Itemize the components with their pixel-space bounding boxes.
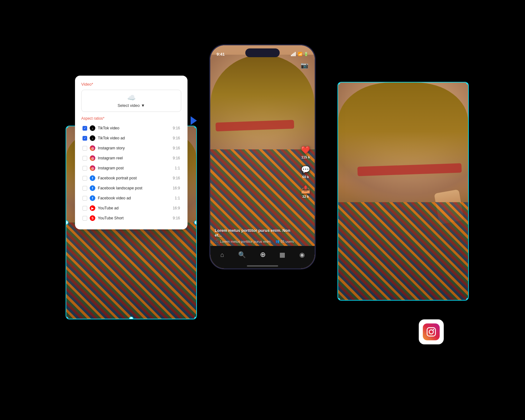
- checkbox-facebook_landscape[interactable]: [82, 186, 87, 191]
- users-icon: 👥: [275, 239, 280, 243]
- main-scene: 9:41 📶 🔋: [75, 38, 450, 382]
- item-name-instagram_reel: Instagram reel: [98, 156, 170, 160]
- checkbox-youtube_ad[interactable]: [82, 206, 87, 211]
- item-ratio-instagram_reel: 9:16: [173, 156, 180, 160]
- upload-icon: ☁️: [127, 94, 136, 102]
- platform-icon-facebook_portrait: f: [90, 175, 95, 181]
- caption-meta: 🎵 Lorem metus porttitor purus enim. 👥 55…: [215, 239, 296, 243]
- instagram-icon: [423, 323, 440, 340]
- bottom-nav: ⌂ 🔍 ⊕ ▦ ◉: [210, 246, 315, 268]
- camera-icon[interactable]: 📷: [301, 62, 308, 69]
- checkbox-facebook_portrait[interactable]: [82, 176, 87, 181]
- svg-point-1: [429, 330, 433, 334]
- aspect-item-tiktok_video_ad[interactable]: ♪TikTok video ad9:16: [81, 133, 181, 143]
- nav-activity-icon[interactable]: ▦: [279, 251, 285, 258]
- aspect-item-facebook_landscape[interactable]: fFacebook landscape post16:9: [81, 183, 181, 193]
- item-ratio-youtube_short: 9:16: [173, 216, 180, 220]
- platform-icon-youtube_short: S: [90, 215, 95, 221]
- dropdown-chevron: ▼: [141, 103, 145, 108]
- aspect-item-youtube_short[interactable]: SYouTube Short9:16: [81, 213, 181, 223]
- right-model-bg: [338, 82, 468, 300]
- aspect-item-tiktok_video[interactable]: ♪TikTok video9:16: [81, 123, 181, 133]
- select-video-label: Select video ▼: [118, 103, 145, 108]
- home-indicator: [247, 265, 278, 267]
- checkbox-instagram_story[interactable]: [82, 146, 87, 151]
- aspect-ratios-label: Aspect ratios*: [81, 116, 181, 121]
- checkbox-facebook_video_ad[interactable]: [82, 196, 87, 201]
- aspect-item-instagram_story[interactable]: ◎Instagram story9:16: [81, 143, 181, 153]
- platform-icon-tiktok_video_ad: ♪: [90, 135, 95, 141]
- item-name-youtube_ad: YouTube ad: [98, 206, 170, 210]
- platform-icon-instagram_post: ◎: [90, 165, 95, 171]
- corner-dot-mr[interactable]: [194, 220, 197, 225]
- item-name-facebook_landscape: Facebook landscape post: [98, 186, 170, 190]
- aspect-item-facebook_portrait[interactable]: fFacebook portrait post9:16: [81, 173, 181, 183]
- video-label: Video*: [81, 82, 181, 87]
- share-icon: 📤: [301, 185, 310, 194]
- checkbox-youtube_short[interactable]: [82, 216, 87, 221]
- nav-home-icon[interactable]: ⌂: [220, 251, 224, 258]
- aspect-ratios-list: ♪TikTok video9:16♪TikTok video ad9:16◎In…: [81, 123, 181, 223]
- music-icon: 🎵: [215, 239, 219, 243]
- social-actions: ❤️ 115 k 💬 60 k 📤 32 k: [301, 146, 310, 198]
- item-name-tiktok_video: TikTok video: [98, 126, 170, 130]
- item-ratio-youtube_ad: 16:9: [173, 206, 180, 210]
- nav-profile-icon[interactable]: ◉: [299, 251, 305, 258]
- shares-count: 32 k: [302, 195, 309, 198]
- platform-icon-facebook_landscape: f: [90, 185, 95, 191]
- item-name-facebook_portrait: Facebook portrait post: [98, 176, 170, 180]
- share-action[interactable]: 📤 32 k: [301, 185, 310, 198]
- heart-icon: ❤️: [301, 146, 310, 154]
- caption-title: Lorem metus porttitor purus enim. Non et…: [215, 228, 296, 238]
- caption-music: 🎵 Lorem metus porttitor purus enim.: [215, 239, 272, 243]
- item-name-facebook_video_ad: Facebook video ad: [98, 196, 172, 200]
- phone-mockup: 9:41 📶 🔋: [209, 44, 316, 269]
- cursor-arrow: [191, 116, 197, 125]
- caption-area: Lorem metus porttitor purus enim. Non et…: [215, 228, 296, 243]
- platform-icon-tiktok_video: ♪: [90, 125, 95, 131]
- required-star: *: [92, 82, 93, 87]
- corner-dot-br[interactable]: [194, 317, 197, 319]
- svg-rect-0: [427, 328, 436, 336]
- nav-add-icon[interactable]: ⊕: [260, 251, 266, 259]
- item-ratio-facebook_video_ad: 1:1: [175, 196, 180, 200]
- phone-time: 9:41: [217, 52, 225, 57]
- likes-count: 115 k: [301, 155, 310, 159]
- comment-icon: 💬: [301, 165, 310, 174]
- hair: [210, 55, 315, 155]
- checkbox-tiktok_video_ad[interactable]: [82, 136, 87, 141]
- item-ratio-facebook_portrait: 9:16: [173, 176, 180, 180]
- status-icons: 📶 🔋: [291, 52, 308, 56]
- checkbox-tiktok_video[interactable]: [82, 126, 87, 131]
- checkbox-instagram_reel[interactable]: [82, 156, 87, 161]
- aspect-item-instagram_post[interactable]: ◎Instagram post1:1: [81, 163, 181, 173]
- svg-point-2: [433, 329, 434, 330]
- comments-count: 60 k: [302, 175, 309, 179]
- video-label-text: Video: [81, 82, 92, 87]
- right-image-panel: [338, 82, 469, 301]
- like-action[interactable]: ❤️ 115 k: [301, 146, 310, 159]
- checkbox-instagram_post[interactable]: [82, 166, 87, 171]
- signal-bars: [291, 52, 296, 56]
- corner-dot-bm[interactable]: [129, 317, 133, 319]
- nav-search-icon[interactable]: 🔍: [238, 251, 246, 258]
- comment-action[interactable]: 💬 60 k: [301, 165, 310, 179]
- item-ratio-tiktok_video: 9:16: [173, 126, 180, 130]
- right-corner-dot-br[interactable]: [466, 298, 469, 301]
- phone-screen: 9:41 📶 🔋: [210, 45, 315, 268]
- item-ratio-tiktok_video_ad: 9:16: [173, 136, 180, 140]
- aspect-item-youtube_ad[interactable]: ▶YouTube ad16:9: [81, 203, 181, 213]
- platform-icon-facebook_video_ad: f: [90, 195, 95, 201]
- select-video-button[interactable]: ☁️ Select video ▼: [81, 90, 181, 112]
- caption-users: 👥 55 users: [275, 239, 294, 243]
- item-name-instagram_post: Instagram post: [98, 166, 172, 170]
- platform-icon-instagram_reel: ◎: [90, 155, 95, 161]
- item-name-youtube_short: YouTube Short: [98, 216, 170, 220]
- platform-icon-instagram_story: ◎: [90, 145, 95, 151]
- wifi-icon: 📶: [298, 52, 302, 56]
- item-ratio-instagram_post: 1:1: [175, 166, 180, 170]
- aspect-item-instagram_reel[interactable]: ◎Instagram reel9:16: [81, 153, 181, 163]
- form-card: Video* ☁️ Select video ▼ Aspect ratios* …: [75, 76, 188, 229]
- aspect-item-facebook_video_ad[interactable]: fFacebook video ad1:1: [81, 193, 181, 203]
- item-name-tiktok_video_ad: TikTok video ad: [98, 136, 170, 140]
